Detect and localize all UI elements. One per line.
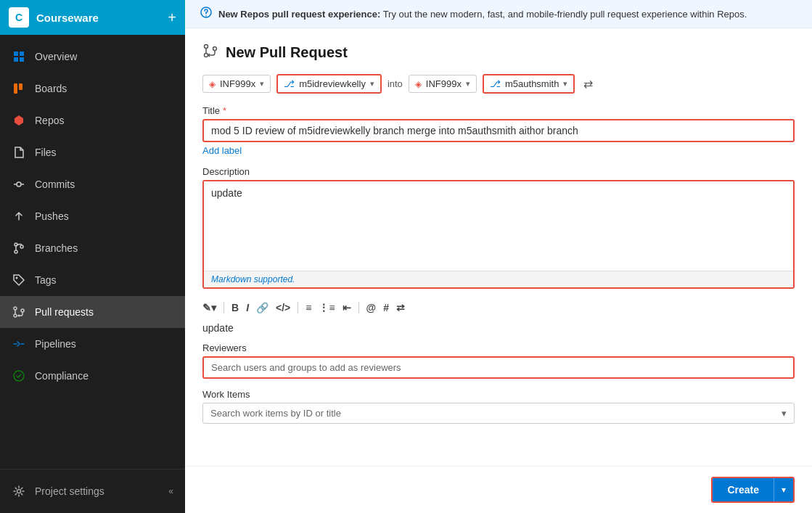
boards-icon bbox=[12, 81, 26, 96]
sidebar-label-boards: Boards bbox=[35, 83, 67, 94]
description-input[interactable]: update bbox=[204, 181, 793, 268]
sidebar-label-commits: Commits bbox=[35, 178, 75, 190]
work-items-dropdown[interactable]: Search work items by ID or title ▾ bbox=[202, 403, 795, 424]
sidebar-item-tags[interactable]: Tags bbox=[0, 264, 185, 296]
to-repo-chevron: ▾ bbox=[466, 79, 470, 89]
page-footer: Create ▾ bbox=[185, 466, 812, 513]
title-label: Title * bbox=[202, 105, 795, 116]
sidebar-item-pipelines[interactable]: Pipelines bbox=[0, 328, 185, 360]
to-branch-icon: ⎇ bbox=[490, 78, 501, 89]
markdown-notice: Markdown supported. bbox=[204, 271, 793, 287]
from-repo-icon: ◈ bbox=[209, 79, 216, 89]
commits-icon bbox=[12, 177, 26, 192]
to-branch-selector[interactable]: ⎇ m5authsmith ▾ bbox=[483, 74, 575, 94]
mention-button[interactable]: @ bbox=[366, 303, 377, 313]
title-input[interactable]: mod 5 ID review of m5idreviewkelly branc… bbox=[202, 119, 795, 142]
create-button[interactable]: Create bbox=[713, 478, 774, 501]
repos-icon bbox=[12, 113, 26, 128]
svg-point-22 bbox=[213, 47, 217, 51]
svg-rect-2 bbox=[14, 57, 18, 62]
sidebar-item-files[interactable]: Files bbox=[0, 136, 185, 168]
toolbar-divider-3 bbox=[358, 302, 359, 313]
page-title-row: New Pull Request bbox=[202, 43, 795, 62]
svg-point-17 bbox=[17, 490, 21, 493]
pull-request-title-icon bbox=[202, 43, 218, 62]
from-branch-icon: ⎇ bbox=[284, 78, 295, 89]
sidebar-item-boards[interactable]: Boards bbox=[0, 73, 185, 104]
work-items-label: Work Items bbox=[202, 389, 795, 400]
svg-rect-3 bbox=[20, 57, 24, 62]
from-branch-chevron: ▾ bbox=[370, 79, 374, 89]
format-dropdown-button[interactable]: ✎▾ bbox=[202, 303, 216, 313]
svg-point-13 bbox=[14, 307, 17, 310]
sidebar: C Courseware + Overview Boards Repos bbox=[0, 0, 185, 513]
toolbar-divider-1 bbox=[223, 302, 224, 313]
sidebar-header: C Courseware + bbox=[0, 0, 185, 35]
sidebar-item-branches[interactable]: Branches bbox=[0, 232, 185, 264]
sidebar-label-pipelines: Pipelines bbox=[35, 338, 76, 350]
add-label-link[interactable]: Add label bbox=[202, 145, 242, 156]
sidebar-item-repos[interactable]: Repos bbox=[0, 104, 185, 136]
swap-branches-button[interactable]: ⇄ bbox=[583, 77, 593, 91]
project-name: Courseware bbox=[36, 12, 160, 24]
bullet-list-button[interactable]: ≡ bbox=[305, 303, 311, 313]
to-repo-selector[interactable]: ◈ INF999x ▾ bbox=[409, 75, 477, 93]
sidebar-label-compliance: Compliance bbox=[35, 370, 89, 382]
svg-point-20 bbox=[205, 45, 208, 49]
sidebar-item-pushes[interactable]: Pushes bbox=[0, 200, 185, 232]
description-preview: update bbox=[202, 322, 795, 334]
code-button[interactable]: </> bbox=[276, 303, 290, 313]
ordered-list-button[interactable]: ⋮≡ bbox=[319, 303, 335, 313]
collapse-icon[interactable]: « bbox=[168, 486, 173, 496]
create-dropdown-button[interactable]: ▾ bbox=[774, 478, 793, 501]
add-project-button[interactable]: + bbox=[168, 10, 176, 25]
files-icon bbox=[12, 145, 26, 160]
overview-icon bbox=[12, 49, 26, 64]
project-settings-label: Project settings bbox=[35, 485, 104, 497]
toolbar-divider-2 bbox=[298, 302, 298, 313]
svg-point-15 bbox=[21, 309, 24, 312]
create-button-group: Create ▾ bbox=[711, 477, 795, 503]
to-repo-name: INF999x bbox=[426, 78, 462, 89]
into-label: into bbox=[387, 78, 403, 89]
hashtag-button[interactable]: # bbox=[383, 303, 389, 313]
from-repo-name: INF999x bbox=[220, 78, 255, 89]
sidebar-label-pushes: Pushes bbox=[35, 210, 69, 222]
pull-requests-icon bbox=[12, 305, 26, 319]
sidebar-item-commits[interactable]: Commits bbox=[0, 168, 185, 200]
page-body: New Pull Request ◈ INF999x ▾ ⎇ m5idrevie… bbox=[185, 28, 812, 466]
title-section: Title * mod 5 ID review of m5idreviewkel… bbox=[202, 105, 795, 156]
svg-rect-4 bbox=[14, 83, 17, 94]
branches-icon bbox=[12, 241, 26, 255]
pipelines-icon bbox=[12, 337, 26, 351]
from-repo-selector[interactable]: ◈ INF999x ▾ bbox=[202, 75, 271, 93]
project-settings-item[interactable]: Project settings « bbox=[0, 475, 185, 507]
sidebar-label-files: Files bbox=[35, 147, 57, 158]
work-items-chevron: ▾ bbox=[782, 408, 787, 419]
tags-icon bbox=[12, 273, 26, 287]
svg-point-10 bbox=[15, 250, 17, 253]
pushes-icon bbox=[12, 209, 26, 223]
sidebar-item-overview[interactable]: Overview bbox=[0, 41, 185, 73]
svg-point-14 bbox=[14, 314, 17, 317]
reviewers-input[interactable]: Search users and groups to add as review… bbox=[202, 356, 795, 379]
svg-rect-1 bbox=[20, 52, 24, 56]
italic-button[interactable]: I bbox=[246, 303, 249, 313]
sidebar-item-compliance[interactable]: Compliance bbox=[0, 360, 185, 392]
pr-link-button[interactable]: ⇄ bbox=[396, 303, 405, 313]
sidebar-label-pull-requests: Pull requests bbox=[35, 306, 94, 318]
page-title: New Pull Request bbox=[226, 44, 348, 61]
svg-point-11 bbox=[20, 245, 23, 248]
sidebar-label-tags: Tags bbox=[35, 274, 57, 286]
compliance-icon bbox=[12, 369, 26, 383]
from-branch-selector[interactable]: ⎇ m5idreviewkelly ▾ bbox=[276, 74, 382, 94]
description-label: Description bbox=[202, 166, 795, 177]
indent-button[interactable]: ⇤ bbox=[343, 303, 351, 313]
bold-button[interactable]: B bbox=[231, 303, 239, 313]
to-branch-chevron: ▾ bbox=[563, 79, 567, 89]
banner-text: New Repos pull request experience: Try o… bbox=[218, 9, 747, 20]
sidebar-item-pull-requests[interactable]: Pull requests bbox=[0, 296, 185, 328]
link-button[interactable]: 🔗 bbox=[256, 303, 268, 313]
svg-rect-5 bbox=[19, 83, 22, 90]
work-items-placeholder: Search work items by ID or title bbox=[210, 408, 341, 419]
